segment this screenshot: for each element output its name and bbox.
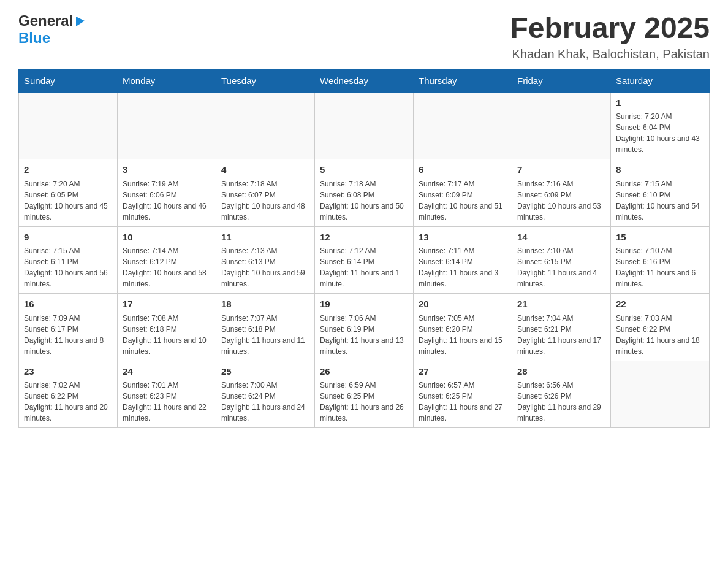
day-info: Sunrise: 7:06 AMSunset: 6:19 PMDaylight:…: [320, 313, 408, 357]
day-number: 20: [419, 297, 507, 312]
day-number: 23: [24, 365, 112, 379]
table-row: 26Sunrise: 6:59 AMSunset: 6:25 PMDayligh…: [315, 361, 414, 428]
day-info: Sunrise: 7:13 AMSunset: 6:13 PMDaylight:…: [221, 245, 309, 289]
logo-triangle-icon: [74, 15, 85, 29]
table-row: 2Sunrise: 7:20 AMSunset: 6:05 PMDaylight…: [19, 159, 118, 227]
calendar-week-row: 1Sunrise: 7:20 AMSunset: 6:04 PMDaylight…: [19, 92, 710, 159]
table-row: 28Sunrise: 6:56 AMSunset: 6:26 PMDayligh…: [512, 361, 611, 428]
day-info: Sunrise: 7:03 AMSunset: 6:22 PMDaylight:…: [616, 313, 704, 357]
day-number: 22: [616, 297, 704, 312]
day-info: Sunrise: 7:20 AMSunset: 6:05 PMDaylight:…: [24, 178, 112, 223]
logo-blue: Blue: [18, 29, 50, 47]
table-row: [611, 361, 710, 428]
day-number: 24: [123, 365, 211, 379]
day-number: 27: [419, 365, 507, 379]
table-row: 19Sunrise: 7:06 AMSunset: 6:19 PMDayligh…: [315, 294, 414, 361]
calendar-header-row: Sunday Monday Tuesday Wednesday Thursday…: [19, 69, 710, 92]
day-number: 28: [517, 365, 605, 379]
calendar-week-row: 16Sunrise: 7:09 AMSunset: 6:17 PMDayligh…: [19, 294, 710, 361]
table-row: 6Sunrise: 7:17 AMSunset: 6:09 PMDaylight…: [414, 159, 512, 227]
table-row: 3Sunrise: 7:19 AMSunset: 6:06 PMDaylight…: [118, 159, 216, 227]
table-row: 4Sunrise: 7:18 AMSunset: 6:07 PMDaylight…: [216, 159, 315, 227]
day-number: 3: [123, 163, 211, 177]
day-info: Sunrise: 6:57 AMSunset: 6:25 PMDaylight:…: [419, 380, 507, 424]
table-row: [512, 92, 611, 159]
table-row: [414, 92, 512, 159]
day-info: Sunrise: 7:10 AMSunset: 6:16 PMDaylight:…: [616, 245, 704, 289]
col-monday: Monday: [118, 69, 216, 92]
svg-marker-0: [76, 17, 85, 26]
day-info: Sunrise: 7:00 AMSunset: 6:24 PMDaylight:…: [221, 380, 309, 424]
page-header: General Blue February 2025 Khadan Khak, …: [18, 12, 710, 61]
day-number: 9: [24, 231, 112, 245]
table-row: [118, 92, 216, 159]
col-saturday: Saturday: [611, 69, 710, 92]
day-info: Sunrise: 7:15 AMSunset: 6:11 PMDaylight:…: [24, 245, 112, 289]
table-row: 27Sunrise: 6:57 AMSunset: 6:25 PMDayligh…: [414, 361, 512, 428]
day-info: Sunrise: 7:01 AMSunset: 6:23 PMDaylight:…: [123, 380, 211, 424]
table-row: [315, 92, 414, 159]
day-number: 18: [221, 297, 309, 312]
table-row: 16Sunrise: 7:09 AMSunset: 6:17 PMDayligh…: [19, 294, 118, 361]
day-number: 25: [221, 365, 309, 379]
table-row: 21Sunrise: 7:04 AMSunset: 6:21 PMDayligh…: [512, 294, 611, 361]
day-number: 10: [123, 231, 211, 245]
day-number: 2: [24, 163, 112, 177]
table-row: 12Sunrise: 7:12 AMSunset: 6:14 PMDayligh…: [315, 226, 414, 294]
month-title: February 2025: [510, 12, 710, 45]
day-info: Sunrise: 7:10 AMSunset: 6:15 PMDaylight:…: [517, 245, 605, 289]
table-row: 15Sunrise: 7:10 AMSunset: 6:16 PMDayligh…: [611, 226, 710, 294]
day-number: 14: [517, 231, 605, 245]
day-number: 4: [221, 163, 309, 177]
table-row: 23Sunrise: 7:02 AMSunset: 6:22 PMDayligh…: [19, 361, 118, 428]
col-sunday: Sunday: [19, 69, 118, 92]
logo-general: General: [18, 12, 73, 29]
table-row: 1Sunrise: 7:20 AMSunset: 6:04 PMDaylight…: [611, 92, 710, 159]
day-number: 13: [419, 231, 507, 245]
table-row: 18Sunrise: 7:07 AMSunset: 6:18 PMDayligh…: [216, 294, 315, 361]
logo: General Blue: [18, 12, 85, 47]
day-number: 12: [320, 231, 408, 245]
table-row: 7Sunrise: 7:16 AMSunset: 6:09 PMDaylight…: [512, 159, 611, 227]
col-friday: Friday: [512, 69, 611, 92]
day-number: 17: [123, 297, 211, 312]
day-info: Sunrise: 7:18 AMSunset: 6:08 PMDaylight:…: [320, 178, 408, 223]
day-info: Sunrise: 6:56 AMSunset: 6:26 PMDaylight:…: [517, 380, 605, 424]
table-row: 20Sunrise: 7:05 AMSunset: 6:20 PMDayligh…: [414, 294, 512, 361]
day-info: Sunrise: 7:07 AMSunset: 6:18 PMDaylight:…: [221, 313, 309, 357]
calendar-week-row: 23Sunrise: 7:02 AMSunset: 6:22 PMDayligh…: [19, 361, 710, 428]
col-wednesday: Wednesday: [315, 69, 414, 92]
table-row: [216, 92, 315, 159]
day-info: Sunrise: 7:20 AMSunset: 6:04 PMDaylight:…: [616, 111, 704, 155]
title-block: February 2025 Khadan Khak, Balochistan, …: [510, 12, 710, 61]
day-info: Sunrise: 7:18 AMSunset: 6:07 PMDaylight:…: [221, 178, 309, 223]
table-row: 14Sunrise: 7:10 AMSunset: 6:15 PMDayligh…: [512, 226, 611, 294]
day-number: 19: [320, 297, 408, 312]
day-number: 6: [419, 163, 507, 177]
table-row: 13Sunrise: 7:11 AMSunset: 6:14 PMDayligh…: [414, 226, 512, 294]
day-info: Sunrise: 7:15 AMSunset: 6:10 PMDaylight:…: [616, 178, 704, 223]
day-info: Sunrise: 7:14 AMSunset: 6:12 PMDaylight:…: [123, 245, 211, 289]
day-info: Sunrise: 7:12 AMSunset: 6:14 PMDaylight:…: [320, 245, 408, 289]
table-row: 10Sunrise: 7:14 AMSunset: 6:12 PMDayligh…: [118, 226, 216, 294]
table-row: 17Sunrise: 7:08 AMSunset: 6:18 PMDayligh…: [118, 294, 216, 361]
day-number: 26: [320, 365, 408, 379]
col-tuesday: Tuesday: [216, 69, 315, 92]
table-row: 9Sunrise: 7:15 AMSunset: 6:11 PMDaylight…: [19, 226, 118, 294]
day-number: 1: [616, 96, 704, 110]
table-row: 5Sunrise: 7:18 AMSunset: 6:08 PMDaylight…: [315, 159, 414, 227]
day-info: Sunrise: 7:05 AMSunset: 6:20 PMDaylight:…: [419, 313, 507, 357]
day-info: Sunrise: 7:19 AMSunset: 6:06 PMDaylight:…: [123, 178, 211, 223]
col-thursday: Thursday: [414, 69, 512, 92]
day-number: 15: [616, 231, 704, 245]
table-row: 11Sunrise: 7:13 AMSunset: 6:13 PMDayligh…: [216, 226, 315, 294]
day-info: Sunrise: 6:59 AMSunset: 6:25 PMDaylight:…: [320, 380, 408, 424]
day-number: 5: [320, 163, 408, 177]
table-row: [19, 92, 118, 159]
table-row: 24Sunrise: 7:01 AMSunset: 6:23 PMDayligh…: [118, 361, 216, 428]
day-number: 7: [517, 163, 605, 177]
day-info: Sunrise: 7:08 AMSunset: 6:18 PMDaylight:…: [123, 313, 211, 357]
location: Khadan Khak, Balochistan, Pakistan: [510, 47, 710, 61]
day-info: Sunrise: 7:02 AMSunset: 6:22 PMDaylight:…: [24, 380, 112, 424]
table-row: 22Sunrise: 7:03 AMSunset: 6:22 PMDayligh…: [611, 294, 710, 361]
